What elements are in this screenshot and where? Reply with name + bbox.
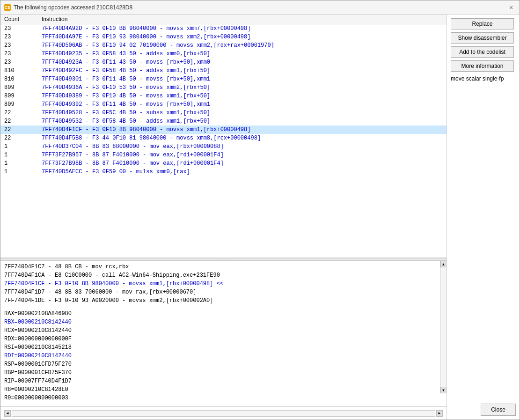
instruction-header: Instruction bbox=[38, 15, 447, 24]
right-panel: Replace Show disassembler Add to the cod… bbox=[447, 15, 520, 420]
register-line: RIP=00007FF740D4F1D7 bbox=[4, 377, 443, 385]
table-row[interactable]: 17FF73F27B957 - 8B 87 F4010000 - mov eax… bbox=[0, 151, 447, 159]
replace-button[interactable]: Replace bbox=[451, 18, 514, 29]
instruction-cell: 7FF740D4F5B8 - F3 44 0F10 81 98040000 - … bbox=[38, 134, 447, 142]
disasm-line: 7FF740D4F1C7 - 48 8B CB - mov rcx,rbx bbox=[4, 263, 443, 271]
register-line: RCX=00000210C8142440 bbox=[4, 326, 443, 335]
count-cell: 1 bbox=[0, 142, 38, 151]
instruction-cell: 7FF740D37C04 - 8B 83 88000000 - mov eax,… bbox=[38, 142, 447, 151]
instruction-cell: 7FF73F27B98B - 8B 87 F4010000 - mov eax,… bbox=[38, 159, 447, 168]
table-row[interactable]: 17FF740D37C04 - 8B 83 88000000 - mov eax… bbox=[0, 142, 447, 151]
main-content: Count Instruction 237FF740D4A92D - F3 0F… bbox=[0, 15, 520, 420]
table-row[interactable]: 8097FF740D49392 - F3 0F11 4B 50 - movss … bbox=[0, 100, 447, 109]
count-cell: 22 bbox=[0, 125, 38, 134]
instruction-cell: 7FF740D49392 - F3 0F11 4B 50 - movss [rb… bbox=[38, 100, 447, 109]
count-cell: 22 bbox=[0, 109, 38, 117]
table-row[interactable]: 237FF740D4923A - F3 0F11 43 50 - movss [… bbox=[0, 58, 447, 66]
count-cell: 23 bbox=[0, 33, 38, 41]
instruction-cell: 7FF740D4923A - F3 0F11 43 50 - movss [rb… bbox=[38, 58, 447, 66]
instruction-cell: 7FF73F27B957 - 8B 87 F4010000 - mov eax,… bbox=[38, 151, 447, 159]
table-row[interactable]: 8107FF740D49301 - F3 0F11 4B 50 - movss … bbox=[0, 75, 447, 83]
table-row[interactable]: 227FF740D49528 - F3 0F5C 4B 50 - subss x… bbox=[0, 109, 447, 117]
show-disassembler-button[interactable]: Show disassembler bbox=[451, 32, 514, 44]
register-line: R9=0000000000000003 bbox=[4, 394, 443, 402]
instruction-cell: 7FF740D5AECC - F3 0F59 00 - mulss xmm0,[… bbox=[38, 168, 447, 176]
disasm-line: 7FF740D4F1CF - F3 0F10 8B 98040000 - mov… bbox=[4, 280, 443, 288]
count-cell: 809 bbox=[0, 83, 38, 92]
instruction-cell: 7FF740D4A97E - F3 0F10 93 98040000 - mov… bbox=[38, 33, 447, 41]
register-line: R8=00000210C81428E0 bbox=[4, 385, 443, 394]
add-to-codelist-button[interactable]: Add to the codelist bbox=[451, 46, 514, 58]
count-cell: 23 bbox=[0, 58, 38, 66]
register-line: RAX=000002108A846980 bbox=[4, 309, 443, 318]
scroll-down-arrow[interactable]: ▼ bbox=[440, 387, 447, 393]
disasm-lines: 7FF740D4F1C7 - 48 8B CB - mov rcx,rbx7FF… bbox=[4, 263, 443, 305]
scroll-left-arrow[interactable]: ◄ bbox=[4, 410, 11, 417]
hscroll-track[interactable] bbox=[12, 410, 435, 417]
table-row[interactable]: 8107FF740D492FC - F3 0F58 4B 50 - addss … bbox=[0, 66, 447, 75]
window-close-button[interactable]: × bbox=[506, 3, 516, 12]
close-button-container: Close bbox=[451, 404, 516, 416]
instruction-cell: 7FF740D4F1CF - F3 0F10 8B 98040000 - mov… bbox=[38, 125, 447, 134]
table-row[interactable]: 237FF740D49235 - F3 0F58 43 50 - addss x… bbox=[0, 50, 447, 58]
table-row[interactable]: 237FF740D4A97E - F3 0F10 93 98040000 - m… bbox=[0, 33, 447, 41]
disasm-line: 7FF740D4F1CA - E8 C10C0000 - call AC2-Wi… bbox=[4, 271, 443, 280]
more-information-button[interactable]: More information bbox=[451, 60, 514, 72]
count-cell: 23 bbox=[0, 50, 38, 58]
window-icon: CE bbox=[4, 4, 11, 11]
instruction-cell: 7FF740D4A92D - F3 0F10 BB 98040000 - mov… bbox=[38, 24, 447, 33]
count-cell: 810 bbox=[0, 75, 38, 83]
scroll-up-arrow[interactable]: ▲ bbox=[440, 261, 447, 267]
register-line: RBX=00000210C8142440 bbox=[4, 318, 443, 326]
opcode-table-container[interactable]: Count Instruction 237FF740D4A92D - F3 0F… bbox=[0, 15, 447, 258]
opcode-table: Count Instruction 237FF740D4A92D - F3 0F… bbox=[0, 15, 447, 176]
instruction-cell: 7FF740D49532 - F3 0F58 4B 50 - addss xmm… bbox=[38, 117, 447, 125]
close-dialog-button[interactable]: Close bbox=[481, 404, 516, 416]
register-line: RDI=00000210C8142440 bbox=[4, 352, 443, 360]
register-line: RBP=0000001CFD75F370 bbox=[4, 368, 443, 377]
table-header-row: Count Instruction bbox=[0, 15, 447, 24]
scroll-track[interactable] bbox=[440, 267, 447, 387]
count-cell: 1 bbox=[0, 159, 38, 168]
register-line: RSP=0000001CFD75F270 bbox=[4, 360, 443, 368]
bottom-bar: ◄ ► bbox=[0, 406, 447, 420]
instruction-cell: 7FF740D49389 - F3 0F10 4B 50 - movss xmm… bbox=[38, 92, 447, 100]
table-body: 237FF740D4A92D - F3 0F10 BB 98040000 - m… bbox=[0, 24, 447, 177]
count-cell: 23 bbox=[0, 24, 38, 33]
title-bar-left: CE The following opcodes accessed 210C81… bbox=[4, 4, 132, 11]
table-row[interactable]: 8097FF740D4936A - F3 0F10 53 50 - movss … bbox=[0, 83, 447, 92]
instruction-cell: 7FF740D506AB - F3 0F10 94 02 70190000 - … bbox=[38, 41, 447, 50]
instruction-cell: 7FF740D492FC - F3 0F58 4B 50 - addss xmm… bbox=[38, 66, 447, 75]
count-header: Count bbox=[0, 15, 38, 24]
title-bar: CE The following opcodes accessed 210C81… bbox=[0, 0, 520, 15]
register-line: RSI=00000210C8145218 bbox=[4, 343, 443, 352]
scroll-right-arrow[interactable]: ► bbox=[436, 410, 443, 417]
more-info-description: move scalar single-fp bbox=[451, 74, 516, 83]
instruction-cell: 7FF740D49301 - F3 0F11 4B 50 - movss [rb… bbox=[38, 75, 447, 83]
count-cell: 22 bbox=[0, 134, 38, 142]
vertical-scrollbar[interactable]: ▲ ▼ bbox=[440, 261, 447, 393]
table-row[interactable]: 237FF740D4A92D - F3 0F10 BB 98040000 - m… bbox=[0, 24, 447, 33]
disasm-container[interactable]: 7FF740D4F1C7 - 48 8B CB - mov rcx,rbx7FF… bbox=[0, 261, 447, 406]
table-row[interactable]: 227FF740D4F5B8 - F3 44 0F10 81 98040000 … bbox=[0, 134, 447, 142]
table-row[interactable]: 237FF740D506AB - F3 0F10 94 02 70190000 … bbox=[0, 41, 447, 50]
count-cell: 809 bbox=[0, 92, 38, 100]
table-row[interactable]: 8097FF740D49389 - F3 0F10 4B 50 - movss … bbox=[0, 92, 447, 100]
register-section: RAX=000002108A846980RBX=00000210C8142440… bbox=[4, 309, 443, 402]
instruction-cell: 7FF740D49528 - F3 0F5C 4B 50 - subss xmm… bbox=[38, 109, 447, 117]
count-cell: 23 bbox=[0, 41, 38, 50]
count-cell: 22 bbox=[0, 117, 38, 125]
disasm-line: 7FF740D4F1DE - F3 0F10 93 A0020000 - mov… bbox=[4, 296, 443, 305]
count-cell: 809 bbox=[0, 100, 38, 109]
table-row[interactable]: 17FF73F27B98B - 8B 87 F4010000 - mov eax… bbox=[0, 159, 447, 168]
disasm-line: 7FF740D4F1D7 - 48 8B 83 70060000 - mov r… bbox=[4, 288, 443, 296]
instruction-cell: 7FF740D49235 - F3 0F58 43 50 - addss xmm… bbox=[38, 50, 447, 58]
count-cell: 810 bbox=[0, 66, 38, 75]
horizontal-scrollbar[interactable]: ◄ ► bbox=[4, 410, 443, 417]
table-row[interactable]: 227FF740D49532 - F3 0F58 4B 50 - addss x… bbox=[0, 117, 447, 125]
table-row[interactable]: 17FF740D5AECC - F3 0F59 00 - mulss xmm0,… bbox=[0, 168, 447, 176]
count-cell: 1 bbox=[0, 168, 38, 176]
instruction-cell: 7FF740D4936A - F3 0F10 53 50 - movss xmm… bbox=[38, 83, 447, 92]
left-panel: Count Instruction 237FF740D4A92D - F3 0F… bbox=[0, 15, 447, 420]
table-row[interactable]: 227FF740D4F1CF - F3 0F10 8B 98040000 - m… bbox=[0, 125, 447, 134]
